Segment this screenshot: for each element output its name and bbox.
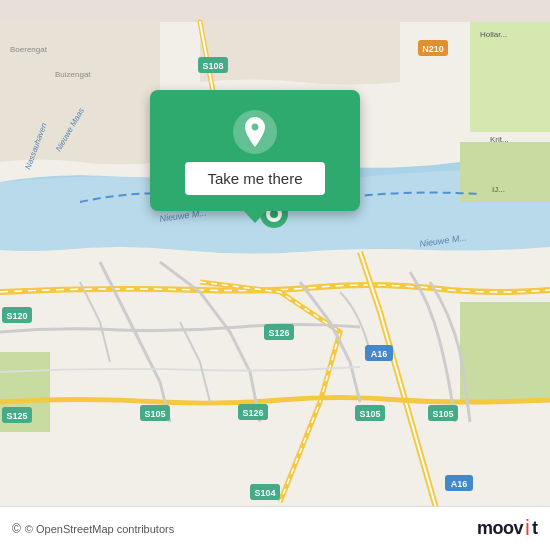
moovit-logo: moov i t <box>477 517 538 541</box>
svg-text:S105: S105 <box>432 409 453 419</box>
svg-text:Krit...: Krit... <box>490 135 509 144</box>
copyright-section: © © OpenStreetMap contributors <box>12 522 174 536</box>
moovit-text: moov <box>477 518 523 539</box>
svg-text:S126: S126 <box>268 328 289 338</box>
copyright-text: © OpenStreetMap contributors <box>25 523 174 535</box>
svg-text:A16: A16 <box>371 349 388 359</box>
map-container: S108 S120 S125 S105 S126 S126 A16 A16 S1… <box>0 0 550 550</box>
svg-text:S108: S108 <box>202 61 223 71</box>
svg-text:S120: S120 <box>6 311 27 321</box>
svg-text:A16: A16 <box>451 479 468 489</box>
bottom-bar: © © OpenStreetMap contributors moov i t <box>0 506 550 550</box>
copyright-icon: © <box>12 522 21 536</box>
svg-text:S125: S125 <box>6 411 27 421</box>
svg-text:S126: S126 <box>242 408 263 418</box>
take-me-there-button[interactable]: Take me there <box>185 162 324 195</box>
location-icon-wrapper <box>233 110 277 154</box>
svg-text:Boerengat: Boerengat <box>10 45 48 54</box>
svg-text:S104: S104 <box>254 488 275 498</box>
location-icon-circle <box>233 110 277 154</box>
svg-rect-3 <box>460 302 550 402</box>
svg-text:S105: S105 <box>144 409 165 419</box>
svg-text:S105: S105 <box>359 409 380 419</box>
svg-text:IJ...: IJ... <box>492 185 505 194</box>
svg-text:N210: N210 <box>422 44 444 54</box>
svg-text:Buizengat: Buizengat <box>55 70 91 79</box>
popup-card: Take me there <box>150 90 360 211</box>
svg-text:Hollar...: Hollar... <box>480 30 507 39</box>
svg-point-40 <box>270 210 278 218</box>
moovit-dot: i <box>525 517 530 539</box>
moovit-text2: t <box>532 518 538 539</box>
